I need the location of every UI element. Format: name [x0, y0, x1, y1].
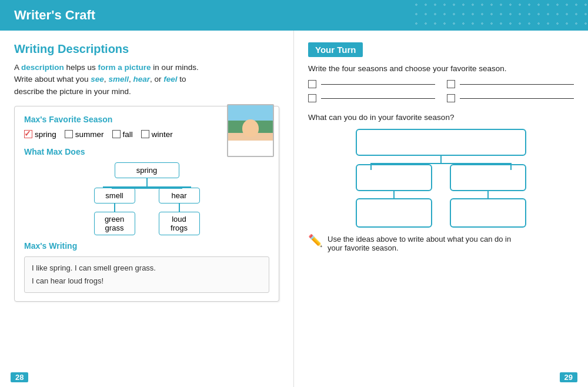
diag-bot-col-right: [450, 191, 526, 228]
your-turn-badge: Your Turn: [308, 42, 574, 64]
summer-checkbox-item: summer: [65, 130, 104, 139]
write-prompt: ✏️ Use the ideas above to write about wh…: [308, 235, 574, 252]
fc-hear-label: hear: [171, 191, 186, 200]
fc-top-connector: [146, 178, 148, 186]
word-feel: feel: [163, 75, 177, 84]
season-item-4: [447, 94, 574, 102]
diag-mid-box-right: [450, 164, 526, 191]
spring-checkbox[interactable]: [24, 130, 32, 138]
fc-smell-label: smell: [105, 191, 123, 200]
word-smell: smell: [108, 75, 129, 84]
main-content: Writing Descriptions A description helps…: [0, 31, 588, 387]
word-description: description: [21, 63, 64, 72]
fc-level2-row: smell green grass hear: [94, 188, 200, 235]
word-hear: hear: [133, 75, 150, 84]
flowchart: spring smell: [24, 162, 269, 235]
write-prompt-line2: your favorite season.: [328, 243, 399, 252]
fc-green-grass-line1: green: [101, 215, 129, 223]
page-header: Writer's Craft: [0, 0, 588, 31]
header-dots-decoration: [412, 0, 588, 31]
winter-checkbox[interactable]: [141, 130, 149, 138]
fc-level1: spring: [115, 162, 179, 186]
maxs-writing-box: I like spring. I can smell green grass. …: [24, 256, 269, 293]
seasons-prompt-text: Write the four seasons and choose your f…: [308, 64, 574, 73]
diag-mid-row: [356, 164, 526, 191]
left-page: Writing Descriptions A description helps…: [0, 31, 294, 387]
photo-background: [228, 105, 273, 156]
fc-spring-box: spring: [115, 162, 179, 178]
season-cb-1[interactable]: [308, 80, 316, 88]
season-line-3: [321, 98, 435, 99]
fc-hear-branch: hear loud frogs: [159, 188, 200, 235]
fc-smell-box: smell: [94, 188, 135, 203]
fc-smell-connector: [114, 203, 115, 212]
phrase-form-picture: form a picture: [98, 63, 151, 72]
max-section-box: Max's Favorite Season spring summer fall: [14, 106, 279, 302]
fall-label: fall: [123, 130, 133, 139]
word-see: see: [91, 75, 104, 84]
student-photo: [227, 104, 274, 157]
diag-bot-vert-right: [487, 191, 489, 198]
writing-line1: I like spring. I can smell green grass.: [32, 262, 262, 275]
season-item-1: [308, 80, 435, 88]
fc-loud-frogs-box: loud frogs: [159, 212, 200, 235]
season-item-2: [447, 80, 574, 88]
diag-bot-vert-left: [393, 191, 395, 198]
season-cb-4[interactable]: [447, 94, 455, 102]
spring-checkbox-item: spring: [24, 130, 56, 139]
diag-bot-box-left: [356, 198, 432, 228]
season-line-2: [460, 84, 574, 85]
photo-head: [242, 119, 259, 137]
winter-checkbox-item: winter: [141, 130, 173, 139]
maxs-writing-heading: Max's Writing: [24, 241, 269, 251]
activity-prompt-text: What can you do in your favorite season?: [308, 113, 574, 122]
summer-label: summer: [75, 130, 104, 139]
page-title: Writer's Craft: [14, 8, 95, 23]
fc-loud-frogs-line2: frogs: [165, 223, 193, 232]
fc-hear-connector: [179, 203, 180, 212]
season-cb-3[interactable]: [308, 94, 316, 102]
writing-line2: I can hear loud frogs!: [32, 275, 262, 288]
fc-hear-box: hear: [159, 188, 200, 203]
season-line-1: [321, 84, 435, 85]
fc-green-grass-box: green grass: [94, 212, 135, 235]
fc-spring-label: spring: [136, 166, 157, 175]
season-line-4: [460, 98, 574, 99]
diag-top-vert: [440, 156, 442, 163]
page-number-left: 28: [11, 372, 28, 382]
season-item-3: [308, 94, 435, 102]
diag-bot-box-right: [450, 198, 526, 228]
summer-checkbox[interactable]: [65, 130, 73, 138]
right-page: Your Turn Write the four seasons and cho…: [294, 31, 588, 387]
season-cb-2[interactable]: [447, 80, 455, 88]
diag-hbar: [370, 163, 512, 164]
diag-bot-connectors: [356, 191, 526, 228]
write-prompt-text: Use the ideas above to write about what …: [328, 235, 511, 252]
winter-label: winter: [152, 130, 173, 139]
fc-green-grass-line2: grass: [101, 223, 129, 232]
fall-checkbox[interactable]: [112, 130, 121, 138]
writing-descriptions-heading: Writing Descriptions: [14, 42, 279, 56]
fc-loud-frogs-line1: loud: [165, 215, 193, 223]
diag-top-box: [356, 129, 526, 156]
diag-bot-col-left: [356, 191, 432, 228]
intro-paragraph: A description helps us form a picture in…: [14, 62, 279, 98]
your-turn-label: Your Turn: [308, 42, 363, 57]
activity-diagram: [308, 129, 574, 228]
spring-label: spring: [35, 130, 56, 139]
seasons-grid: [308, 80, 574, 102]
write-prompt-line1: Use the ideas above to write about what …: [328, 235, 511, 243]
page-number-right: 29: [560, 372, 577, 382]
pencil-icon: ✏️: [308, 233, 323, 248]
fc-smell-branch: smell green grass: [94, 188, 135, 235]
fall-checkbox-item: fall: [112, 130, 133, 139]
diag-mid-box-left: [356, 164, 432, 191]
